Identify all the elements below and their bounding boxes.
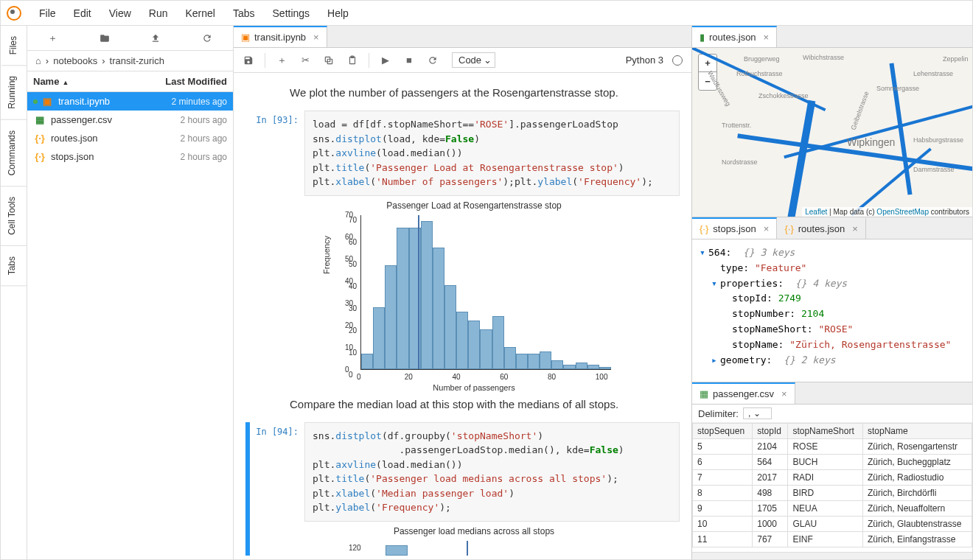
nb-icon: ▣	[41, 96, 54, 107]
delimiter-select[interactable]: , ⌄	[743, 407, 772, 419]
sidebar-tab-running[interactable]: Running	[1, 66, 27, 120]
sidebar-tab-commands[interactable]: Commands	[1, 120, 27, 186]
file-row[interactable]: ▣transit.ipynb2 minutes ago	[27, 92, 233, 111]
csv-cell: NEUA	[788, 501, 863, 517]
csv-row[interactable]: 72017RADIZürich, Radiostudio	[693, 470, 972, 486]
csv-grid[interactable]: stopSequenstopIdstopNameShortstopName521…	[692, 423, 972, 552]
map-view[interactable]: + − Bruggerweg Wibichstrasse Zschokkestr…	[692, 48, 972, 217]
copy-button[interactable]	[318, 50, 339, 71]
csv-column-header[interactable]: stopSequen	[693, 424, 753, 439]
sidebar-tab-cell-tools[interactable]: Cell Tools	[1, 186, 27, 246]
file-name: stops.json	[51, 151, 181, 162]
close-icon[interactable]: ×	[781, 388, 787, 399]
sort-caret-icon: ▲	[62, 79, 69, 86]
notebook-icon: ▣	[241, 32, 250, 43]
chart-xtick: 20	[405, 373, 413, 381]
district-label: Wipkingen	[847, 136, 895, 148]
csv-row[interactable]: 6564BUCHZürich, Bucheggplatz	[693, 455, 972, 470]
csv-column-header[interactable]: stopId	[753, 424, 788, 439]
breadcrumb[interactable]: ⌂ ›notebooks ›transit-zurich	[27, 51, 233, 71]
file-row[interactable]: ▦passenger.csv2 hours ago	[27, 111, 233, 129]
home-icon[interactable]: ⌂	[35, 55, 41, 66]
menu-file[interactable]: File	[30, 3, 65, 24]
stop-button[interactable]: ■	[399, 50, 419, 71]
run-button[interactable]: ▶	[375, 50, 396, 71]
upload-button[interactable]	[145, 28, 166, 49]
menu-settings[interactable]: Settings	[264, 3, 319, 24]
sidebar-tab-tabs[interactable]: Tabs	[1, 246, 27, 286]
csv-row[interactable]: 101000GLAUZürich, Glaubtenstrasse	[693, 517, 972, 532]
column-name[interactable]: Name	[33, 76, 59, 87]
cell-prompt: In [93]:	[253, 111, 304, 392]
csv-column-header[interactable]: stopName	[862, 424, 972, 439]
tab-routes-json-map[interactable]: ▮ routes.json ×	[692, 26, 777, 47]
menu-run[interactable]: Run	[140, 3, 177, 24]
map-panel: ▮ routes.json × + −	[692, 26, 972, 217]
osm-link[interactable]: OpenStreetMap	[876, 208, 929, 216]
kernel-indicator[interactable]	[672, 55, 683, 66]
menu-help[interactable]: Help	[318, 3, 358, 24]
leaflet-link[interactable]: Leaflet	[805, 208, 827, 216]
kernel-name[interactable]: Python 3	[626, 55, 663, 66]
tab-routes-json[interactable]: {·} routes.json ×	[777, 217, 865, 239]
notebook-content[interactable]: We plot the number of passengers at the …	[234, 73, 691, 559]
save-button[interactable]	[238, 50, 259, 71]
menu-view[interactable]: View	[100, 3, 140, 24]
new-folder-button[interactable]	[94, 28, 115, 49]
histogram-bar	[563, 365, 575, 369]
close-icon[interactable]: ×	[764, 223, 770, 234]
markdown-cell[interactable]: We plot the number of passengers at the …	[290, 86, 680, 99]
new-launcher-button[interactable]: ＋	[43, 28, 63, 49]
csv-cell: Zürich, Neuaffoltern	[862, 501, 972, 517]
close-icon[interactable]: ×	[764, 32, 770, 43]
histogram-bar	[599, 367, 611, 369]
menu-kernel[interactable]: Kernel	[176, 3, 223, 24]
menubar: FileEditViewRunKernelTabsSettingsHelp	[1, 1, 972, 26]
tab-label: transit.ipynb	[254, 32, 306, 43]
insert-cell-button[interactable]: ＋	[271, 50, 292, 71]
csv-row[interactable]: 52104ROSEZürich, Rosengartenstr	[693, 439, 972, 455]
column-modified[interactable]: Last Modified	[165, 76, 227, 87]
cell-type-select[interactable]: Code ⌄	[452, 52, 495, 68]
file-row[interactable]: {·}routes.json2 hours ago	[27, 129, 233, 147]
file-modified: 2 hours ago	[181, 152, 227, 162]
markdown-cell[interactable]: Compare the median load at this stop wit…	[290, 398, 680, 410]
tab-stops-json[interactable]: {·} stops.json ×	[692, 217, 777, 239]
csv-cell: 5	[693, 439, 753, 455]
histogram-bar	[373, 307, 385, 369]
cell-output: Passenger load medians across all stops …	[304, 526, 680, 556]
csv-cell: 9	[693, 501, 753, 517]
cut-button[interactable]: ✂	[295, 50, 315, 71]
chart-xtick: 0	[357, 373, 361, 381]
histogram-bar	[576, 363, 587, 369]
close-icon[interactable]: ×	[313, 32, 319, 43]
json-icon: {·}	[33, 133, 46, 144]
csv-column-header[interactable]: stopNameShort	[788, 424, 863, 439]
csv-row[interactable]: 91705NEUAZürich, Neuaffoltern	[693, 501, 972, 517]
restart-button[interactable]	[422, 50, 443, 71]
menu-edit[interactable]: Edit	[65, 3, 100, 24]
csv-row[interactable]: 8498BIRDZürich, Birchdörfli	[693, 486, 972, 501]
csv-cell: 2017	[753, 470, 788, 486]
csv-cell: BIRD	[788, 486, 863, 501]
code-cell-94[interactable]: sns.distplot(df.groupby('stopNameShort')…	[304, 422, 680, 522]
csv-cell: Zürich, Radiostudio	[862, 470, 972, 486]
notebook-panel: ▣ transit.ipynb × ＋ ✂ ▶ ■ Code	[234, 26, 692, 559]
sidebar-tab-files[interactable]: Files	[1, 26, 27, 66]
code-cell-93[interactable]: load = df[df.stopNameShort=='ROSE'].pass…	[304, 111, 680, 196]
close-icon[interactable]: ×	[852, 223, 858, 234]
csv-cell: 10	[693, 517, 753, 532]
menu-tabs[interactable]: Tabs	[224, 3, 264, 24]
file-row[interactable]: {·}stops.json2 hours ago	[27, 147, 233, 166]
csv-cell: Zürich, Einfangstrasse	[862, 532, 972, 547]
json-viewer[interactable]: ▾564: {} 3 keys type: "Feature" ▾propert…	[692, 239, 972, 382]
csv-row[interactable]: 11767EINFZürich, Einfangstrasse	[693, 532, 972, 547]
tab-transit-ipynb[interactable]: ▣ transit.ipynb ×	[234, 26, 327, 47]
json-panel: {·} stops.json × {·} routes.json × ▾564:…	[692, 217, 972, 382]
refresh-button[interactable]	[197, 28, 217, 49]
paste-button[interactable]	[342, 50, 363, 71]
tab-passenger-csv[interactable]: ▦ passenger.csv ×	[692, 382, 795, 404]
horizontal-scrollbar[interactable]	[692, 552, 972, 559]
histogram-bar	[504, 347, 516, 369]
file-name: transit.ipynb	[58, 96, 172, 107]
